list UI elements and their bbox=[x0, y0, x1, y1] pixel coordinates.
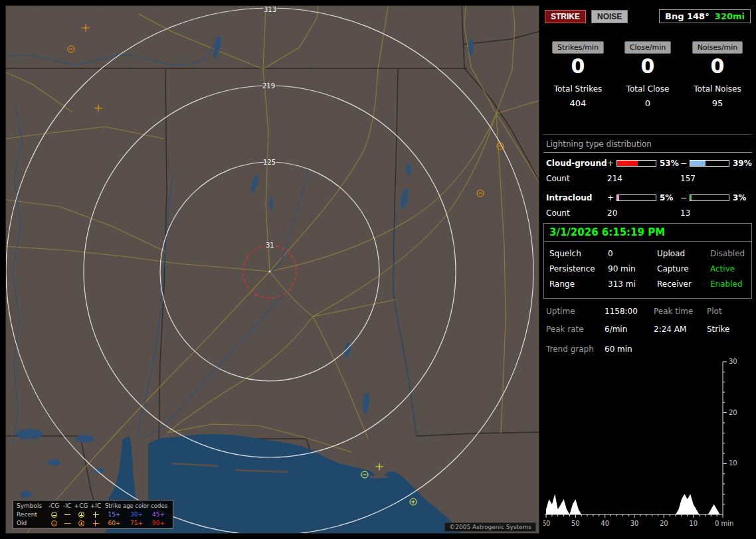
bearing-range-value: 320mi bbox=[715, 11, 745, 21]
trend-y-tick-label: 20 bbox=[729, 409, 737, 416]
trend-x-tick-label: 0 min bbox=[715, 520, 733, 527]
lightning-distribution-panel: Lightning type distribution Cloud-ground… bbox=[543, 134, 752, 228]
trend-area bbox=[546, 494, 723, 514]
total-strikes-value: 404 bbox=[543, 98, 613, 108]
ic-negative-bar bbox=[690, 194, 729, 201]
strikes-per-min-button[interactable]: Strikes/min bbox=[552, 41, 604, 54]
trend-x-tick-label: 10 bbox=[689, 520, 698, 527]
uptime-value: 1158:00 bbox=[605, 307, 654, 316]
persistence-label: Persistence bbox=[549, 264, 608, 273]
peak-rate-label: Peak rate bbox=[546, 325, 605, 334]
age-code-45: 45+ bbox=[147, 511, 169, 518]
close-per-min-value: 0 bbox=[613, 55, 682, 78]
age-code-75: 75+ bbox=[126, 520, 147, 526]
age-code-60: 60+ bbox=[103, 520, 126, 526]
ic-negative-percent: 3% bbox=[729, 193, 749, 202]
close-per-min-column: Close/min 0 Total Close 0 bbox=[613, 41, 682, 108]
trend-window-value: 60 min bbox=[605, 345, 749, 354]
ic-positive-bar bbox=[616, 194, 656, 201]
cg-neg-recent-icon bbox=[47, 511, 60, 518]
peak-time-label: Peak time bbox=[654, 307, 707, 316]
capture-value: Active bbox=[710, 264, 746, 273]
cg-positive-count: 214 bbox=[607, 174, 680, 183]
legend-row-recent-label: Recent bbox=[17, 511, 47, 518]
noises-per-min-button[interactable]: Noises/min bbox=[692, 41, 743, 54]
status-row: Persistence 90 min Capture Active bbox=[547, 263, 749, 275]
control-panel: STRIKE NOISE Bng 148° 320mi Strikes/min … bbox=[543, 5, 752, 534]
session-panel: Uptime 1158:00 Peak time Plot Peak rate … bbox=[543, 305, 752, 355]
trend-graph-row: Trend graph 60 min bbox=[543, 343, 752, 355]
uptime-label: Uptime bbox=[546, 307, 605, 316]
ic-negative-count: 13 bbox=[680, 208, 749, 218]
lightning-map[interactable]: 313 219 125 31 Symbols -CG -IC +CG +IC S… bbox=[5, 5, 539, 534]
cg-negative-bar bbox=[690, 160, 729, 167]
status-row: Squelch 0 Upload Disabled bbox=[547, 248, 749, 260]
cloud-ground-label: Cloud-ground bbox=[546, 159, 607, 168]
ic-positive-percent: 5% bbox=[656, 193, 680, 202]
intracloud-row: Intracloud + 5% − 3% bbox=[543, 193, 752, 202]
peak-time-value: 2:24 AM bbox=[654, 325, 707, 334]
cg-negative-count: 157 bbox=[680, 174, 749, 183]
distribution-title: Lightning type distribution bbox=[543, 139, 752, 153]
peak-rate-value: 6/min bbox=[605, 325, 654, 334]
datetime-display: 3/1/2026 6:15:19 PM bbox=[543, 223, 752, 242]
cg-negative-percent: 39% bbox=[729, 159, 752, 168]
session-row: Uptime 1158:00 Peak time Plot bbox=[543, 305, 752, 317]
session-row: Peak rate 6/min 2:24 AM Strike bbox=[543, 323, 752, 335]
cg-pos-recent-icon bbox=[74, 511, 88, 518]
noises-per-min-column: Noises/min 0 Total Noises 95 bbox=[683, 41, 752, 108]
range-ring-label-219: 219 bbox=[262, 82, 275, 90]
intracloud-label: Intracloud bbox=[546, 193, 607, 202]
ic-neg-old-icon bbox=[60, 520, 74, 526]
age-code-30: 30+ bbox=[126, 511, 147, 518]
total-strikes-label: Total Strikes bbox=[543, 84, 613, 94]
trend-x-tick-label: 20 bbox=[660, 520, 668, 527]
bearing-display: Bng 148° 320mi bbox=[659, 9, 751, 23]
age-code-90: 90+ bbox=[147, 520, 169, 526]
trend-x-tick-label: 40 bbox=[601, 520, 609, 527]
cg-pos-old-icon bbox=[74, 520, 88, 526]
legend-col-ic-neg: -IC bbox=[60, 502, 74, 509]
total-close-label: Total Close bbox=[613, 84, 682, 94]
upload-label: Upload bbox=[657, 249, 710, 258]
ic-pos-recent-icon bbox=[88, 511, 103, 518]
count-label: Count bbox=[546, 208, 607, 218]
range-value: 313 mi bbox=[608, 279, 657, 289]
range-label: Range bbox=[549, 279, 608, 289]
receiver-location-marker bbox=[269, 271, 271, 273]
age-code-15: 15+ bbox=[103, 511, 126, 518]
trend-x-tick-label: 50 bbox=[571, 520, 580, 527]
legend-col-cg-neg: -CG bbox=[47, 502, 60, 509]
trend-x-tick-label: 60 bbox=[543, 520, 550, 527]
close-per-min-button[interactable]: Close/min bbox=[624, 41, 671, 54]
ic-positive-count: 20 bbox=[607, 208, 680, 218]
minus-sign: − bbox=[680, 193, 690, 202]
receiver-label: Receiver bbox=[657, 279, 710, 289]
cg-positive-bar bbox=[616, 160, 656, 167]
total-noises-value: 95 bbox=[683, 98, 752, 108]
legend-col-cg-pos: +CG bbox=[74, 502, 88, 509]
plot-label: Plot bbox=[707, 307, 749, 316]
trend-graph-chart: 1020306050403020100 min bbox=[543, 357, 751, 534]
strikes-per-min-value: 0 bbox=[543, 55, 613, 78]
intracloud-count-row: Count 20 13 bbox=[543, 208, 752, 218]
strikes-per-min-column: Strikes/min 0 Total Strikes 404 bbox=[543, 41, 613, 108]
map-canvas: 313 219 125 31 bbox=[6, 6, 539, 534]
count-label: Count bbox=[546, 174, 607, 183]
cloud-ground-count-row: Count 214 157 bbox=[543, 174, 752, 183]
minus-sign: − bbox=[680, 159, 690, 168]
legend-symbols-header: Symbols bbox=[17, 502, 47, 509]
range-ring-label-31: 31 bbox=[266, 242, 274, 249]
squelch-label: Squelch bbox=[549, 249, 608, 258]
total-close-value: 0 bbox=[613, 98, 682, 108]
bearing-value: Bng 148° bbox=[665, 11, 709, 21]
strike-mode-button[interactable]: STRIKE bbox=[545, 10, 586, 23]
map-legend: Symbols -CG -IC +CG +IC Strike age color… bbox=[13, 500, 173, 529]
ic-neg-recent-icon bbox=[60, 511, 74, 518]
status-panel: Squelch 0 Upload Disabled Persistence 90… bbox=[543, 242, 752, 299]
range-ring-label-313: 313 bbox=[264, 6, 276, 13]
noise-mode-button[interactable]: NOISE bbox=[591, 10, 628, 23]
capture-label: Capture bbox=[657, 264, 710, 273]
cg-positive-percent: 53% bbox=[656, 159, 680, 168]
legend-col-ic-pos: +IC bbox=[88, 502, 103, 509]
